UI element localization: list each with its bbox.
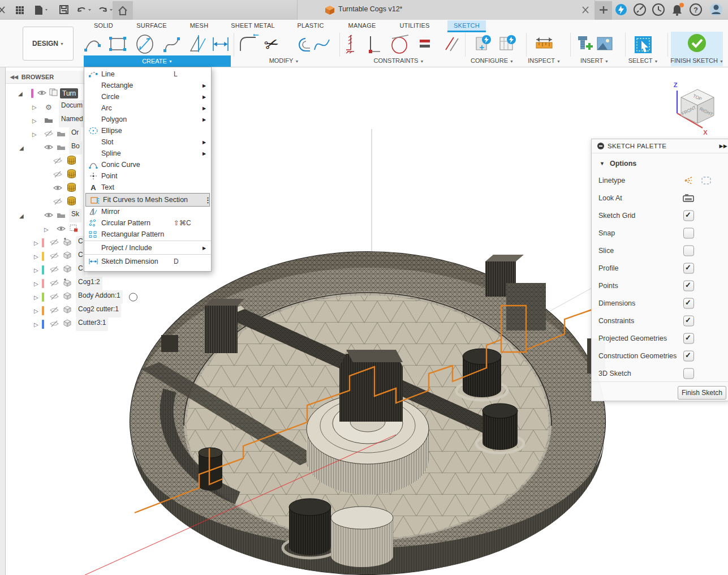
circle-tool-icon[interactable]: [137, 35, 153, 53]
finish-sketch-button[interactable]: FINISH SKETCH▼: [670, 57, 723, 64]
menu-item-fit-curves-to-mesh-section[interactable]: Fit Curves to Mesh Section ⋮: [85, 193, 210, 207]
expand-icon[interactable]: ◢: [19, 145, 24, 151]
menu-item-line[interactable]: LineL: [84, 68, 211, 80]
expand-icon[interactable]: ▷: [32, 131, 37, 138]
tab-manage[interactable]: MANAGE: [348, 22, 376, 29]
visibility-eye-off-icon[interactable]: [53, 197, 62, 207]
construction-geometries-checkbox[interactable]: [683, 351, 694, 362]
visibility-eye-icon[interactable]: [53, 183, 62, 194]
visibility-eye-off-icon[interactable]: [50, 319, 59, 329]
configuration-table-icon[interactable]: [500, 35, 516, 50]
dimensions-checkbox[interactable]: [683, 298, 694, 309]
line-tool-icon[interactable]: [84, 41, 101, 52]
expand-icon[interactable]: ▷: [34, 308, 38, 314]
tab-mesh[interactable]: MESH: [190, 22, 209, 29]
finish-sketch-palette-button[interactable]: Finish Sketch: [678, 386, 726, 400]
snap-checkbox[interactable]: [683, 228, 694, 239]
menu-item-sketch-dimension[interactable]: Sketch DimensionD: [84, 256, 211, 267]
points-checkbox[interactable]: [683, 281, 694, 291]
tab-utilities[interactable]: UTILITIES: [399, 22, 429, 29]
expand-icon[interactable]: ▷: [34, 281, 38, 287]
tab-solid[interactable]: SOLID: [94, 22, 113, 29]
job-status-icon[interactable]: [634, 4, 645, 15]
trim-tool-icon[interactable]: ✂: [262, 33, 281, 55]
look-at-icon[interactable]: [682, 193, 695, 205]
home-icon[interactable]: [119, 7, 127, 15]
menu-item-project-include[interactable]: Project / Include▶: [84, 242, 211, 254]
tab-surface[interactable]: SURFACE: [136, 22, 166, 29]
parallel-constraint-icon[interactable]: [446, 37, 458, 51]
constraints-group-button[interactable]: CONSTRAINTS▼: [374, 57, 424, 64]
equal-constraint-icon[interactable]: [420, 40, 430, 48]
visibility-eye-off-icon[interactable]: [50, 265, 59, 275]
redo-icon[interactable]: [100, 8, 113, 11]
view-cube[interactable]: TOP FRONT RIGHT Z X: [667, 78, 728, 140]
slice-checkbox[interactable]: [683, 246, 694, 256]
expand-icon[interactable]: ▷: [34, 240, 38, 246]
menu-item-rectangle[interactable]: Rectangle▶: [84, 80, 211, 91]
visibility-eye-off-icon[interactable]: [53, 156, 62, 166]
browser-row-cog1[interactable]: ▷ Cog1:2: [6, 277, 137, 290]
palette-options-section[interactable]: ▼ Options: [592, 156, 728, 171]
workspace-selector[interactable]: DESIGN▼: [23, 27, 74, 61]
inspect-group-button[interactable]: INSPECT▼: [528, 57, 561, 64]
root-node-label[interactable]: Turn: [60, 88, 78, 98]
expand-icon[interactable]: ◢: [19, 213, 24, 219]
spline-tool-icon[interactable]: [163, 37, 180, 52]
tab-close-icon[interactable]: [583, 7, 588, 13]
configure-feature-icon[interactable]: [476, 35, 491, 50]
dock-palette-icon[interactable]: ▶▶: [720, 143, 727, 149]
collapse-panel-icon[interactable]: ◀◀: [10, 74, 18, 80]
visibility-eye-off-icon[interactable]: [44, 129, 53, 139]
visibility-eye-icon[interactable]: [57, 224, 66, 234]
browser-row-body-addon[interactable]: ▷ Body Addon:1: [6, 290, 137, 304]
profile-checkbox[interactable]: [683, 263, 694, 274]
3d-sketch-checkbox[interactable]: [683, 368, 694, 379]
fix-constraint-icon[interactable]: [346, 35, 354, 53]
activate-component-radio[interactable]: [129, 293, 137, 302]
fillet-tool-icon[interactable]: [240, 34, 259, 51]
visibility-eye-icon[interactable]: [37, 88, 46, 98]
select-tool-icon[interactable]: [635, 36, 652, 53]
constraints-checkbox[interactable]: [683, 316, 694, 327]
menu-item-conic-curve[interactable]: Conic Curve: [84, 159, 211, 170]
section-collapse-icon[interactable]: ▼: [600, 161, 605, 166]
offset-tool-icon[interactable]: [299, 38, 310, 51]
expand-icon[interactable]: ▷: [34, 294, 38, 301]
visibility-eye-off-icon[interactable]: [50, 292, 59, 302]
menu-item-slot[interactable]: Slot▶: [84, 136, 211, 148]
rectangle-tool-icon[interactable]: [109, 37, 126, 51]
visibility-eye-off-icon[interactable]: [50, 238, 59, 248]
browser-row-cog2-cutter[interactable]: ▷ Cog2 cutter:1: [6, 304, 137, 317]
browser-row-cutter3[interactable]: ▷ Cutter3:1: [6, 317, 137, 331]
menu-item-spline[interactable]: Spline▶: [84, 148, 211, 159]
vertical-constraint-icon[interactable]: [369, 36, 380, 53]
window-close-icon[interactable]: [0, 7, 5, 13]
notifications-icon[interactable]: [673, 3, 684, 16]
construction-line-icon[interactable]: [681, 175, 693, 188]
sketch-grid-checkbox[interactable]: [683, 211, 694, 221]
collapse-palette-icon[interactable]: [597, 143, 604, 149]
expand-icon[interactable]: ▷: [32, 118, 37, 124]
configure-group-button[interactable]: CONFIGURE▼: [471, 57, 514, 64]
profile-avatar[interactable]: [710, 3, 722, 16]
expand-icon[interactable]: ▷: [34, 254, 38, 260]
create-group-button[interactable]: CREATE▼: [84, 55, 231, 67]
menu-item-arc[interactable]: Arc▶: [84, 102, 211, 114]
expand-icon[interactable]: ▷: [34, 267, 38, 273]
help-icon[interactable]: ?: [690, 4, 701, 15]
expand-icon[interactable]: ◢: [18, 91, 23, 97]
tab-sketch[interactable]: SKETCH: [454, 22, 480, 29]
menu-item-circular-pattern[interactable]: Circular Pattern⇧⌘C: [84, 217, 211, 229]
insert-fastener-icon[interactable]: [578, 36, 593, 50]
grid-icon[interactable]: [16, 6, 24, 14]
tangent-constraint-icon[interactable]: [392, 35, 408, 53]
visibility-eye-icon[interactable]: [44, 143, 53, 153]
menu-item-mirror[interactable]: Mirror: [84, 206, 211, 217]
visibility-eye-off-icon[interactable]: [53, 170, 62, 180]
modify-group-button[interactable]: MODIFY▼: [269, 57, 299, 64]
menu-item-rectangular-pattern[interactable]: Rectangular Pattern: [84, 229, 211, 240]
new-tab-plus-icon[interactable]: [600, 6, 608, 14]
centerline-icon[interactable]: [700, 175, 713, 188]
finish-sketch-icon[interactable]: [688, 34, 706, 52]
